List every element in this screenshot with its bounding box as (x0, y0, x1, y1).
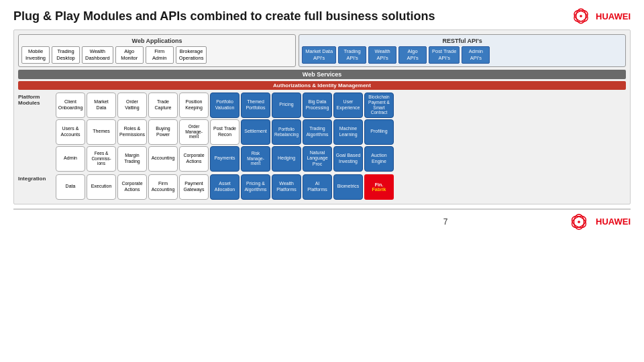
hex-portfolio-rebalancing: PortfolioRebalancing (272, 119, 301, 145)
platform-row-2: Users &Accounts Themes Roles &Permission… (56, 119, 626, 145)
platform-grid: ClientOnboarding MarketData OrderVatting… (56, 93, 626, 172)
page-number: 7 (443, 217, 448, 227)
hex-pricing-algorithms: Pricing &Algorithms (241, 174, 270, 200)
web-apps-label: Web Applications (21, 38, 292, 44)
hex-data: Data (56, 174, 85, 200)
hex-firm-accounting: FirmAccounting (148, 174, 178, 200)
module-algo-monitor: AlgoMonitor (115, 46, 144, 64)
hex-auction-engine: AuctionEngine (364, 146, 394, 172)
hex-fees-commissions: Fees &Commiss-ions (87, 146, 116, 172)
hex-corporate-actions: CorporateActions (179, 146, 209, 172)
slide: Plug & Play Modules and APIs combined to… (0, 0, 644, 362)
module-admin-api: AdminAPI's (462, 46, 490, 64)
web-services-bar: Web Services (18, 70, 626, 79)
hex-big-data: Big DataProcessing (303, 93, 332, 118)
hex-settlement: Settlement (241, 119, 270, 145)
restful-modules: Market DataAPI's TradingAPI's WealthAPI'… (302, 46, 623, 64)
hex-machine-learning: MachineLearning (333, 119, 363, 145)
hex-user-experience: UserExperience (333, 93, 363, 118)
hex-order-vatting: OrderVatting (117, 93, 147, 118)
hex-order-management: OrderManage-ment (179, 119, 209, 145)
platform-row-3: Admin Fees &Commiss-ions MarginTrading A… (56, 146, 626, 172)
auth-bar: Authorizations & Identity Management (18, 81, 626, 90)
hex-users-accounts: Users &Accounts (56, 119, 85, 145)
hex-asset-allocation: AssetAllocation (210, 174, 239, 200)
module-algo-api: AlgoAPI's (398, 46, 427, 64)
svg-point-7 (578, 221, 580, 223)
hex-roles-permissions: Roles &Permissions (117, 119, 147, 145)
hex-execution: Execution (87, 174, 116, 200)
finfabrik-text2: Fabrik (372, 187, 386, 192)
integration-grid: Data Execution CorporateActions FirmAcco… (56, 174, 626, 200)
hex-payments: Payments (210, 146, 239, 172)
hex-blockchain: BlockchainPayment &SmartContract (364, 93, 394, 118)
hex-accounting: Accounting (148, 146, 178, 172)
module-firm-admin: FirmAdmin (146, 46, 174, 64)
module-trading-api: TradingAPI's (338, 46, 366, 64)
huawei-label: HUAWEI (596, 11, 631, 21)
module-post-trade-api: Post TradeAPI's (429, 46, 460, 64)
hex-payment-gateways: PaymentGateways (179, 174, 209, 200)
hex-position-keeping: PositionKeeping (179, 93, 209, 118)
slide-footer: 7 HUAWEI (13, 208, 631, 231)
hex-margin-trading: MarginTrading (117, 146, 147, 172)
finfabrik-text: Fin. (375, 182, 383, 187)
integration-section: Integration Data Execution CorporateActi… (18, 174, 626, 200)
platform-modules-section: PlatformModules ClientOnboarding MarketD… (18, 93, 626, 172)
hex-biometrics: Biometrics (333, 174, 363, 200)
slide-title: Plug & Play Modules and APIs combined to… (13, 9, 435, 23)
platform-modules-label: PlatformModules (18, 93, 53, 106)
hex-goal-based: Goal BasedInvesting (333, 146, 363, 172)
huawei-logo: HUAWEI (569, 7, 631, 25)
web-apps-section: Web Applications MobileInvesting Trading… (18, 34, 296, 67)
hex-client-onboarding: ClientOnboarding (56, 93, 85, 118)
hex-profiling: Profiling (364, 119, 394, 145)
integration-label: Integration (18, 174, 53, 182)
hex-wealth-platforms: WealthPlatforms (272, 174, 301, 200)
huawei-svg-icon (569, 7, 593, 25)
web-apps-modules: MobileInvesting TradingDesktop WealthDas… (21, 46, 292, 64)
hex-buying-power: BuyingPower (148, 119, 178, 145)
hex-hedging: Hedging (272, 146, 301, 172)
platform-row-1: ClientOnboarding MarketData OrderVatting… (56, 93, 626, 118)
module-brokerage-ops: BrokerageOperations (176, 46, 207, 64)
hex-portfolio-valuation: PortfolioValuation (210, 93, 239, 118)
module-market-data-api: Market DataAPI's (302, 46, 336, 64)
top-row: Web Applications MobileInvesting Trading… (18, 34, 626, 67)
restful-section: RESTful API's Market DataAPI's TradingAP… (299, 34, 626, 67)
module-wealth-api: WealthAPI's (368, 46, 396, 64)
diagram-container: Web Applications MobileInvesting Trading… (13, 29, 631, 204)
hex-trading-algorithms: TradingAlgorithms (303, 119, 332, 145)
restful-label: RESTful API's (302, 38, 623, 44)
hex-themes: Themes (87, 119, 116, 145)
hex-admin: Admin (56, 146, 85, 172)
hex-market-data: MarketData (87, 93, 116, 118)
module-wealth-dashboard: WealthDashboard (82, 46, 113, 64)
footer-huawei-label: HUAWEI (596, 217, 631, 227)
svg-point-3 (580, 15, 582, 17)
hex-trade-capture: TradeCapture (148, 93, 178, 118)
hex-themed-portfolios: ThemedPortfolios (241, 93, 270, 118)
module-mobile-investing: MobileInvesting (21, 46, 50, 64)
hex-pricing: Pricing (272, 93, 301, 118)
finfabrik-logo: Fin. Fabrik (364, 174, 394, 200)
footer-huawei-icon (566, 213, 592, 231)
module-trading-desktop: TradingDesktop (52, 46, 80, 64)
hex-nlp: NaturalLanguageProc (303, 146, 332, 172)
slide-header: Plug & Play Modules and APIs combined to… (13, 7, 631, 25)
hex-corporate-actions-int: CorporateActions (117, 174, 147, 200)
hex-post-trade-recon: Post TradeRecon (210, 119, 239, 145)
hex-risk-management: RiskManage-ment (241, 146, 270, 172)
hex-ai-platforms: AIPlatforms (303, 174, 332, 200)
